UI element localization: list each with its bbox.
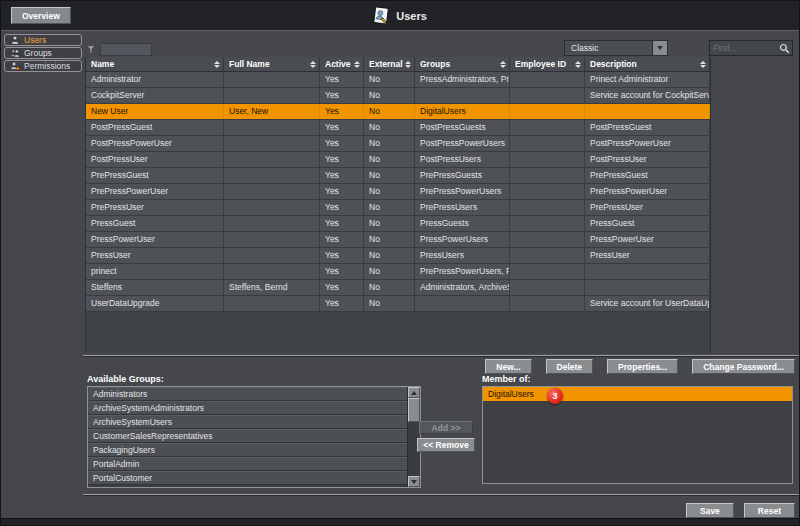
table-cell	[224, 72, 320, 87]
table-row[interactable]: PressPowerUserYesNoPressPowerUsersPressP…	[86, 232, 710, 248]
scroll-down-icon[interactable]	[408, 476, 420, 487]
table-cell: No	[364, 264, 415, 279]
table-cell: PostPressUsers	[415, 152, 510, 167]
reset-button[interactable]: Reset	[744, 503, 795, 518]
app-window: Overview Users Users	[0, 0, 800, 526]
table-row[interactable]: PressGuestYesNoPressGuestsPressGuest	[86, 216, 710, 232]
table-row[interactable]: PostPressUserYesNoPostPressUsersPostPres…	[86, 152, 710, 168]
table-row[interactable]: UserDataUpgradeYesNoService account for …	[86, 296, 710, 312]
table-cell: PostPressUser	[86, 152, 224, 167]
column-header-description[interactable]: Description	[585, 57, 710, 72]
sort-icon	[575, 61, 581, 68]
table-cell: Yes	[320, 72, 364, 87]
table-body: AdministratorYesNoPressAdministrators, P…	[86, 72, 710, 312]
table-cell: Steffens	[86, 280, 224, 295]
table-row[interactable]: prinectYesNoPrePressPowerUsers, P...	[86, 264, 710, 280]
table-cell: Yes	[320, 120, 364, 135]
scrollbar[interactable]	[407, 387, 420, 487]
table-row[interactable]: CockpitServerYesNoService account for Co…	[86, 88, 710, 104]
available-group-item[interactable]: CustomerSalesRepresentatives	[88, 429, 407, 443]
table-row[interactable]: PrePressPowerUserYesNoPrePressPowerUsers…	[86, 184, 710, 200]
change-password-button[interactable]: Change Password...	[692, 359, 795, 374]
table-cell: No	[364, 104, 415, 119]
table-row[interactable]: SteffensSteffens, BerndYesNoAdministrato…	[86, 280, 710, 296]
find-input[interactable]	[710, 43, 779, 53]
table-cell: DigitalUsers	[415, 104, 510, 119]
column-header-employee-id[interactable]: Employee ID	[510, 57, 585, 72]
table-cell: No	[364, 296, 415, 311]
quick-filter-input[interactable]	[100, 43, 152, 56]
column-header-label: Full Name	[229, 59, 310, 69]
table-cell: PressPowerUser	[585, 232, 710, 247]
sort-icon	[500, 61, 506, 68]
save-button[interactable]: Save	[686, 503, 734, 518]
delete-user-button[interactable]: Delete	[546, 359, 594, 374]
table-row[interactable]: PrePressGuestYesNoPrePressGuestsPrePress…	[86, 168, 710, 184]
table-cell: UserDataUpgrade	[86, 296, 224, 311]
available-group-item[interactable]: PackagingUsers	[88, 443, 407, 457]
table-cell: PrePressGuests	[415, 168, 510, 183]
sidebar-tab-label: Users	[24, 35, 46, 45]
column-header-label: External	[369, 59, 405, 69]
table-cell	[510, 200, 585, 215]
users-page-icon	[372, 5, 391, 27]
table-cell: No	[364, 232, 415, 247]
table-row[interactable]: New UserUser, NewYesNoDigitalUsers	[86, 104, 710, 120]
scroll-up-icon[interactable]	[408, 387, 420, 398]
column-header-full-name[interactable]: Full Name	[224, 57, 320, 72]
member-group-item[interactable]: DigitalUsers	[483, 387, 792, 401]
properties-button[interactable]: Properties...	[607, 359, 678, 374]
table-cell	[510, 296, 585, 311]
sidebar-tab-permissions[interactable]: Permissions	[4, 60, 82, 72]
table-cell: No	[364, 120, 415, 135]
table-cell: Yes	[320, 232, 364, 247]
table-cell: PostPressPowerUser	[86, 136, 224, 151]
table-cell: No	[364, 280, 415, 295]
table-cell: PressUser	[86, 248, 224, 263]
search-icon[interactable]	[779, 43, 790, 54]
table-row[interactable]: PrePressUserYesNoPrePressUsersPrePressUs…	[86, 200, 710, 216]
table-cell	[510, 136, 585, 151]
find-box	[709, 40, 793, 56]
available-group-item[interactable]: Administrators	[88, 387, 407, 401]
column-header-active[interactable]: Active	[320, 57, 364, 72]
table-row[interactable]: AdministratorYesNoPressAdministrators, P…	[86, 72, 710, 88]
sidebar-tab-groups[interactable]: Groups	[4, 47, 82, 59]
scrollbar-thumb[interactable]	[408, 398, 420, 422]
sort-icon	[310, 61, 316, 68]
add-group-button[interactable]: Add >>	[419, 421, 473, 434]
table-cell: Steffens, Bernd	[224, 280, 320, 295]
available-group-item[interactable]: ArchiveSystemUsers	[88, 415, 407, 429]
table-cell	[224, 200, 320, 215]
available-group-item[interactable]: ArchiveSystemAdministrators	[88, 401, 407, 415]
table-cell: Yes	[320, 152, 364, 167]
filter-icon[interactable]	[86, 45, 97, 55]
new-user-button[interactable]: New...	[485, 359, 531, 374]
table-cell: Yes	[320, 248, 364, 263]
available-groups-list: AdministratorsArchiveSystemAdministrator…	[87, 386, 421, 488]
table-cell: Yes	[320, 104, 364, 119]
sidebar-tab-users[interactable]: Users	[4, 34, 82, 46]
available-group-item[interactable]: PortalAdmin	[88, 457, 407, 471]
table-cell	[510, 280, 585, 295]
sort-icon	[405, 61, 411, 68]
table-cell	[224, 296, 320, 311]
table-row[interactable]: PostPressPowerUserYesNoPostPressPowerUse…	[86, 136, 710, 152]
column-header-groups[interactable]: Groups	[415, 57, 510, 72]
table-cell: No	[364, 168, 415, 183]
sort-icon	[214, 61, 220, 68]
remove-group-button[interactable]: << Remove	[417, 438, 475, 452]
table-cell: PrePressPowerUser	[585, 184, 710, 199]
dropdown-arrow-icon	[652, 41, 667, 55]
table-row[interactable]: PostPressGuestYesNoPostPressGuestsPostPr…	[86, 120, 710, 136]
view-mode-dropdown[interactable]: Classic	[564, 40, 668, 56]
column-header-label: Employee ID	[515, 59, 575, 69]
table-cell	[224, 152, 320, 167]
table-row[interactable]: PressUserYesNoPressUsersPressUser	[86, 248, 710, 264]
column-header-name[interactable]: Name	[86, 57, 224, 72]
available-group-item[interactable]: PortalCustomer	[88, 471, 407, 485]
column-header-external[interactable]: External	[364, 57, 415, 72]
table-cell: PressPowerUsers	[415, 232, 510, 247]
overview-button[interactable]: Overview	[11, 7, 71, 24]
member-of-label: Member of:	[482, 374, 531, 384]
